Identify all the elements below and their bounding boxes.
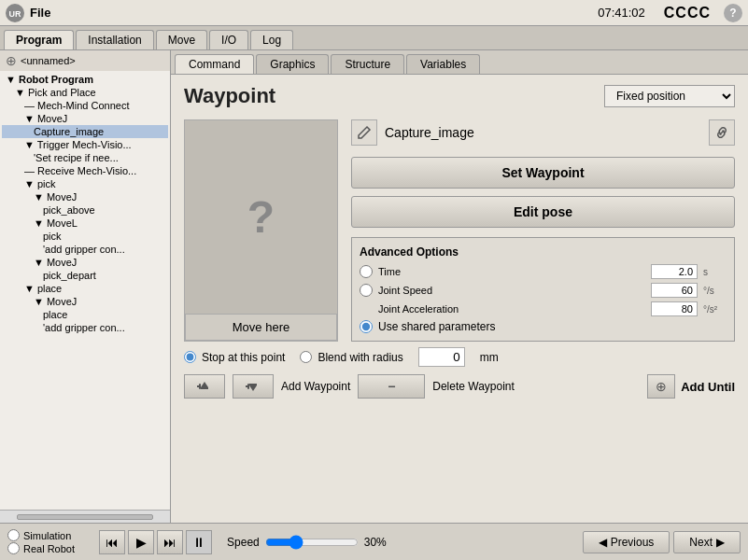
pause-button[interactable]: ⏸ xyxy=(186,530,212,554)
edit-icon[interactable] xyxy=(351,119,377,146)
tree-item[interactable]: ▼ Trigger Mech-Visio... xyxy=(2,138,168,151)
position-select: Fixed position Variable Relative xyxy=(604,85,735,107)
time-row: Time s xyxy=(360,264,727,279)
add-waypoint-up-button[interactable] xyxy=(184,374,225,399)
app-title: File xyxy=(30,6,592,20)
tab-installation[interactable]: Installation xyxy=(76,30,153,49)
previous-button[interactable]: ◀ Previous xyxy=(583,531,670,553)
next-button[interactable]: Next ▶ xyxy=(673,531,741,553)
time-radio[interactable] xyxy=(360,265,373,278)
add-until-section: ⊕ Add Until xyxy=(647,374,735,399)
tree-item[interactable]: pick xyxy=(2,230,168,243)
rewind-button[interactable]: ⏮ xyxy=(99,530,125,554)
tree-item[interactable]: ▼ place xyxy=(2,282,168,295)
svg-rect-3 xyxy=(199,384,201,389)
next-label: Next xyxy=(689,536,713,549)
joint-speed-radio[interactable] xyxy=(360,284,373,297)
tree-item[interactable]: place xyxy=(2,308,168,321)
simulation-radio[interactable] xyxy=(7,529,20,541)
action-buttons: Add Waypoint − Delete Waypoint ⊕ Add Unt… xyxy=(184,374,735,399)
tree-item[interactable]: — Receive Mech-Visio... xyxy=(2,164,168,177)
tree-item[interactable]: pick_depart xyxy=(2,269,168,282)
previous-label: Previous xyxy=(611,536,655,549)
preview-box: ? Move here xyxy=(184,119,338,342)
add-until-button[interactable]: ⊕ xyxy=(647,374,675,399)
preview-image: ? xyxy=(185,120,337,314)
tab-command[interactable]: Command xyxy=(175,54,254,74)
simulation-option[interactable]: Simulation xyxy=(7,529,75,541)
right-controls: Capture_image Set Waypoint Edit pose Adv… xyxy=(351,119,735,342)
add-waypoint-label: Add Waypoint xyxy=(281,380,350,393)
right-arrow-icon: ▶ xyxy=(716,536,725,549)
blend-option: Blend with radius xyxy=(300,351,402,364)
joint-speed-input[interactable] xyxy=(651,283,698,298)
tree-item[interactable]: ▼ MoveJ xyxy=(2,295,168,308)
add-waypoint-down-button[interactable] xyxy=(233,374,274,399)
tab-variables[interactable]: Variables xyxy=(406,54,480,74)
waypoint-name: Capture_image xyxy=(385,125,701,140)
svg-marker-8 xyxy=(249,385,257,391)
nav-buttons: ◀ Previous Next ▶ xyxy=(583,531,741,553)
tree-item[interactable]: ▼ MoveJ xyxy=(2,256,168,269)
content-header: Waypoint Fixed position Variable Relativ… xyxy=(184,84,735,108)
add-up-icon xyxy=(196,380,213,393)
speed-slider[interactable] xyxy=(265,535,359,550)
blend-value-input[interactable] xyxy=(418,347,465,367)
transport-controls: ⏮ ▶ ⏭ ⏸ xyxy=(99,530,212,554)
play-button[interactable]: ▶ xyxy=(128,530,154,554)
blend-unit: mm xyxy=(480,351,499,364)
link-icon[interactable] xyxy=(709,119,735,146)
pencil-icon xyxy=(357,125,372,140)
chain-icon xyxy=(714,125,729,140)
help-button[interactable]: ? xyxy=(724,4,742,22)
bottom-bar: Simulation Real Robot ⏮ ▶ ⏭ ⏸ Speed 30% … xyxy=(0,523,748,560)
tree-item[interactable]: ▼ MoveJ xyxy=(2,112,168,125)
stop-blend-section: Stop at this point Blend with radius mm xyxy=(184,347,735,367)
tree-item[interactable]: ▼ Pick and Place xyxy=(2,86,168,99)
time-label: Time xyxy=(378,266,645,277)
tree-item[interactable]: 'add gripper con... xyxy=(2,321,168,334)
time-input[interactable] xyxy=(651,264,698,279)
tree-item[interactable]: — Mech-Mind Connect xyxy=(2,99,168,112)
titlebar: UR File 07:41:02 CCCC ? xyxy=(0,0,748,26)
tab-io[interactable]: I/O xyxy=(209,30,248,49)
tree-item[interactable]: ▼ MoveJ xyxy=(2,190,168,203)
delete-waypoint-button[interactable]: − xyxy=(358,374,425,399)
stop-radio[interactable] xyxy=(184,351,196,363)
tree-item[interactable]: pick_above xyxy=(2,203,168,217)
svg-rect-5 xyxy=(201,387,208,389)
tree-item[interactable]: ▼ MoveL xyxy=(2,217,168,230)
set-waypoint-button[interactable]: Set Waypoint xyxy=(351,157,735,189)
edit-pose-button[interactable]: Edit pose xyxy=(351,196,735,228)
simulation-group: Simulation Real Robot xyxy=(7,529,75,554)
real-robot-option[interactable]: Real Robot xyxy=(7,542,75,554)
tab-move[interactable]: Move xyxy=(156,30,207,49)
tree-item[interactable]: ▼ Robot Program xyxy=(2,73,168,86)
delete-waypoint-label: Delete Waypoint xyxy=(432,380,515,393)
tree-item[interactable]: 'add gripper con... xyxy=(2,243,168,256)
tree-item[interactable]: ▼ pick xyxy=(2,177,168,190)
tab-structure[interactable]: Structure xyxy=(331,54,404,74)
cccc-label: CCCC xyxy=(664,5,711,21)
step-button[interactable]: ⏭ xyxy=(157,530,183,554)
speed-value: 30% xyxy=(364,536,387,549)
joint-accel-input[interactable] xyxy=(651,301,698,316)
tab-graphics[interactable]: Graphics xyxy=(256,54,329,74)
tree-item[interactable]: Capture_image xyxy=(2,125,168,138)
use-shared-radio[interactable] xyxy=(360,320,373,333)
position-dropdown[interactable]: Fixed position Variable Relative xyxy=(604,85,735,107)
tab-program[interactable]: Program xyxy=(4,30,74,49)
blend-radio[interactable] xyxy=(300,351,312,363)
tab-log[interactable]: Log xyxy=(250,30,293,49)
joint-accel-row: Joint Acceleration °/s² xyxy=(360,301,727,316)
svg-rect-7 xyxy=(247,384,249,389)
left-scrollbar[interactable] xyxy=(0,510,170,523)
joint-accel-label: Joint Acceleration xyxy=(378,303,645,315)
real-robot-radio[interactable] xyxy=(7,542,20,554)
add-icon: ⊕ xyxy=(6,53,17,68)
tree: ▼ Robot Program▼ Pick and Place— Mech-Mi… xyxy=(0,71,170,510)
speed-section: Speed 30% xyxy=(227,535,387,550)
tree-item[interactable]: 'Set recipe if nee... xyxy=(2,151,168,164)
add-down-icon xyxy=(245,380,261,393)
move-here-button[interactable]: Move here xyxy=(185,314,337,341)
